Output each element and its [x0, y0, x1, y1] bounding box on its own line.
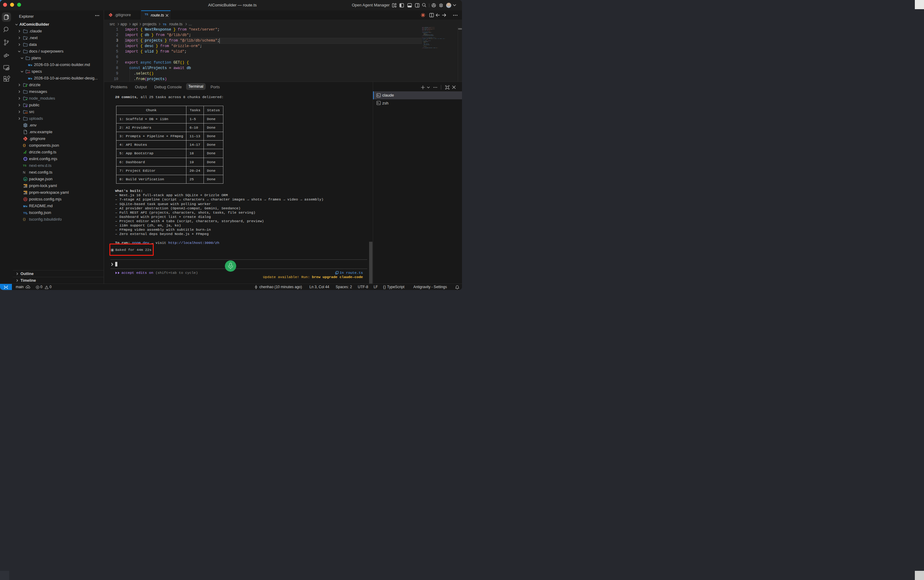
svg-text:M: M [28, 77, 31, 80]
svg-text:</>: </> [27, 71, 30, 74]
svg-text:js: js [24, 178, 26, 181]
svg-text:</>: </> [25, 112, 28, 114]
svg-text:M: M [28, 63, 31, 67]
svg-text:M: M [23, 204, 26, 208]
